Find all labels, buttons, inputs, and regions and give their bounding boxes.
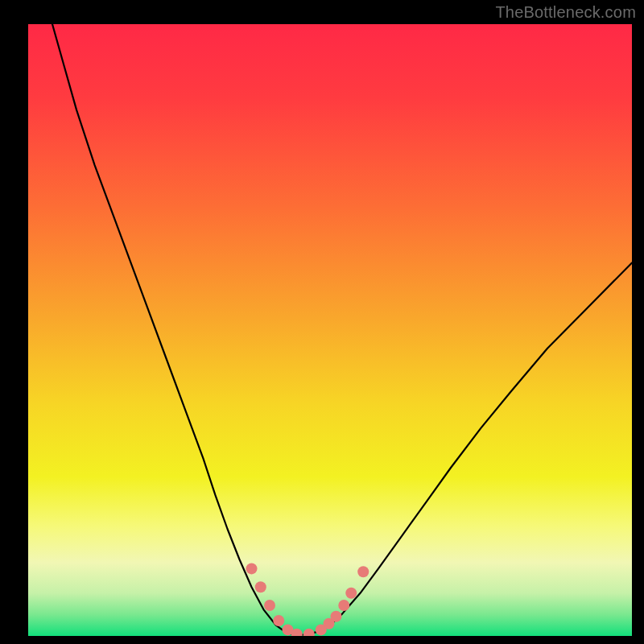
bottleneck-marker	[273, 615, 284, 626]
bottleneck-marker	[264, 600, 275, 611]
gradient-background	[28, 24, 632, 636]
bottleneck-marker	[255, 581, 266, 592]
watermark-text: TheBottleneck.com	[495, 3, 636, 22]
chart-stage: TheBottleneck.com	[0, 0, 644, 644]
bottleneck-marker	[357, 566, 369, 577]
bottleneck-chart	[0, 0, 644, 644]
bottleneck-marker	[291, 629, 303, 640]
bottleneck-marker	[331, 611, 342, 622]
bottleneck-marker	[246, 563, 258, 574]
bottleneck-marker	[345, 588, 357, 599]
bottleneck-marker	[338, 600, 349, 611]
bottleneck-marker	[303, 629, 315, 640]
